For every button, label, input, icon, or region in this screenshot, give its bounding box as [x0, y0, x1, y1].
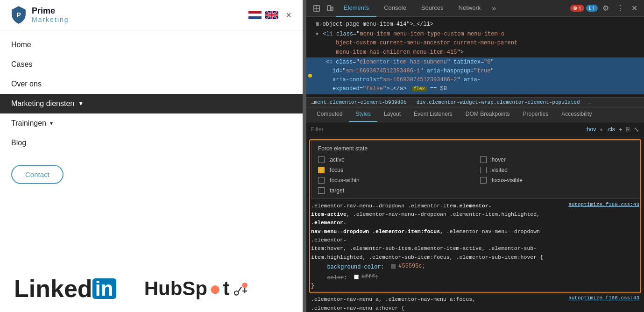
- flag-icons: [248, 11, 278, 19]
- svg-rect-3: [248, 16, 262, 19]
- svg-rect-1: [248, 11, 262, 14]
- html-line: ▼ <li class="menu-item menu-item-type-cu…: [306, 29, 644, 57]
- force-state-hover: :hover: [480, 156, 633, 163]
- devtools-right-btns: ⊗ 1 ℹ 1 ⚙ ⋮ ✕: [570, 4, 640, 13]
- error-icon: ⊗: [573, 5, 577, 11]
- close-button[interactable]: ×: [284, 10, 293, 21]
- styles-content: Force element state :active :hover ✓ :fo…: [306, 137, 644, 312]
- panel-divider: [303, 0, 306, 312]
- logo-marketing: Marketing: [32, 16, 69, 23]
- logo-text: Prime Marketing: [32, 7, 69, 23]
- logo-prime: Prime: [32, 7, 69, 16]
- tab-dom-breakpoints[interactable]: DOM Breakpoints: [459, 107, 517, 122]
- expand-style-icon[interactable]: ⤡: [634, 126, 639, 133]
- site-header: P Prime Marketing: [0, 0, 303, 30]
- tab-elements[interactable]: Elements: [336, 0, 376, 17]
- nav-menu: Home Cases Over ons Marketing diensten ▼…: [0, 30, 303, 157]
- html-line-selected[interactable]: <a class="elementor-item has-submenu" ta…: [306, 57, 644, 94]
- dutch-flag[interactable]: [248, 11, 262, 19]
- filter-hov-btn[interactable]: :hov: [585, 126, 596, 133]
- error-badge: ⊗ 1: [570, 5, 584, 12]
- filter-cls-btn[interactable]: .cls: [607, 126, 615, 133]
- tab-event-listeners[interactable]: Event Listeners: [407, 107, 459, 122]
- tab-console[interactable]: Console: [376, 0, 414, 17]
- color-swatch-color[interactable]: [354, 275, 359, 279]
- inspect-icon[interactable]: [310, 2, 323, 15]
- nav-item-blog[interactable]: Blog: [0, 133, 303, 153]
- css-file-link-2[interactable]: autoptimize…f168.css:43: [568, 295, 639, 301]
- force-state-focus-within: :focus-within: [318, 177, 471, 184]
- info-badge: ℹ 1: [586, 5, 598, 12]
- settings-icon[interactable]: ⚙: [600, 4, 612, 13]
- uk-flag[interactable]: [265, 11, 278, 19]
- chevron-down-icon: ▾: [50, 120, 53, 127]
- css-rules-area: .elementor-nav-menu--dropdown .elementor…: [306, 202, 644, 312]
- devtools-panel: Elements Console Sources Network » ⊗ 1 ℹ…: [306, 0, 644, 312]
- breadcrumb: …ment.elementor-element-b939d0b div.elem…: [306, 98, 644, 107]
- checkbox-active[interactable]: [318, 156, 325, 163]
- selector-row-2: .elementor-nav-menu a, .elementor-nav-me…: [311, 295, 639, 312]
- force-state-focus-visible: :focus-visible: [480, 177, 633, 184]
- device-icon[interactable]: [323, 2, 336, 15]
- svg-point-15: [234, 291, 239, 295]
- css-file-link-1[interactable]: autoptimize…f168.css:43: [568, 202, 639, 207]
- contact-btn-wrap: Contact: [0, 157, 303, 191]
- checkbox-focus-visible[interactable]: [480, 177, 487, 184]
- svg-rect-21: [327, 6, 331, 11]
- force-state-target: :target: [318, 187, 471, 194]
- contact-button[interactable]: Contact: [11, 165, 64, 184]
- force-state-grid: :active :hover ✓ :focus :visited: [318, 156, 632, 194]
- css-selector-1: .elementor-nav-menu--dropdown .elementor…: [311, 202, 568, 262]
- checkbox-target[interactable]: [318, 187, 325, 194]
- info-icon: ℹ: [589, 5, 591, 11]
- nav-item-trainingen[interactable]: Trainingen ▾: [0, 113, 303, 133]
- copy-style-icon[interactable]: ⎘: [626, 126, 630, 133]
- tab-computed[interactable]: Computed: [310, 107, 349, 122]
- tab-network[interactable]: Network: [451, 0, 488, 17]
- tab-accessibility[interactable]: Accessibility: [555, 107, 598, 122]
- nav-item-over-ons[interactable]: Over ons: [0, 74, 303, 94]
- svg-rect-22: [331, 7, 333, 10]
- nav-item-marketing[interactable]: Marketing diensten ▼: [0, 94, 303, 113]
- force-state-title: Force element state: [318, 145, 632, 152]
- close-devtools-icon[interactable]: ✕: [629, 4, 640, 13]
- flex-badge: flex: [412, 86, 427, 92]
- logo-icon: P: [9, 6, 28, 24]
- css-prop-background: background-color: #55595c;: [311, 262, 639, 272]
- website-preview: P Prime Marketing: [0, 0, 303, 312]
- html-panel: m-object-page menu-item-414">…</li> ▼ <l…: [306, 17, 644, 98]
- filter-input[interactable]: [311, 126, 581, 133]
- tab-styles[interactable]: Styles: [349, 107, 377, 122]
- tab-layout[interactable]: Layout: [377, 107, 407, 122]
- svg-text:P: P: [16, 11, 21, 19]
- tab-properties[interactable]: Properties: [517, 107, 555, 122]
- svg-point-13: [242, 283, 248, 288]
- more-tabs-icon[interactable]: »: [488, 4, 500, 13]
- nav-item-home[interactable]: Home: [0, 35, 303, 55]
- css-prop-color: color: #fff;: [311, 272, 639, 283]
- checkbox-focus-within[interactable]: [318, 177, 325, 184]
- dot-indicator: [308, 74, 312, 78]
- force-state-panel: Force element state :active :hover ✓ :fo…: [311, 140, 639, 199]
- chevron-down-icon: ▼: [78, 100, 84, 107]
- site-logo: P Prime Marketing: [9, 6, 69, 24]
- selector-row-1: .elementor-nav-menu--dropdown .elementor…: [311, 202, 639, 262]
- styles-subtabs: Computed Styles Layout Event Listeners D…: [306, 107, 644, 122]
- color-swatch-bg[interactable]: [391, 264, 396, 269]
- checkbox-visited[interactable]: [480, 167, 487, 173]
- force-state-active: :active: [318, 156, 471, 163]
- force-state-focus: ✓ :focus: [318, 167, 471, 173]
- tab-sources[interactable]: Sources: [414, 0, 451, 17]
- css-rule-2: .elementor-nav-menu a, .elementor-nav-me…: [311, 295, 639, 312]
- filter-bar: :hov ● .cls + ⎘ ⤡: [306, 122, 644, 137]
- checkbox-focus[interactable]: ✓: [318, 167, 325, 173]
- devtools-tabs: Elements Console Sources Network »: [336, 0, 570, 17]
- css-close-brace-1: }: [311, 283, 639, 289]
- force-state-visited: :visited: [480, 167, 633, 173]
- html-line: m-object-page menu-item-414">…</li>: [306, 20, 644, 29]
- checkbox-hover[interactable]: [480, 156, 487, 163]
- linkedin-logo: Linkedin: [14, 275, 116, 303]
- nav-item-cases[interactable]: Cases: [0, 55, 303, 74]
- add-style-icon[interactable]: +: [619, 126, 623, 133]
- more-options-icon[interactable]: ⋮: [614, 4, 627, 13]
